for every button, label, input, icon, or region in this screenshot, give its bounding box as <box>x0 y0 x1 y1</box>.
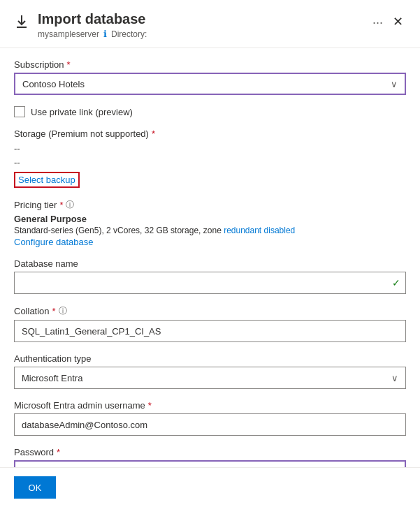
pricing-required: * <box>59 200 63 210</box>
database-name-input[interactable] <box>14 272 406 294</box>
collation-required: * <box>52 306 56 316</box>
private-link-label: Use private link (preview) <box>31 107 133 117</box>
pricing-highlight: redundant disabled <box>224 226 295 235</box>
password-wrapper: ✓ <box>14 460 406 467</box>
header-left: Import database mysampleserver ℹ Directo… <box>14 11 147 39</box>
collation-wrapper <box>14 320 406 342</box>
authentication-chevron-icon: ∨ <box>391 373 398 383</box>
password-required: * <box>57 447 60 457</box>
pricing-description: Standard-series (Gen5), 2 vCores, 32 GB … <box>14 224 406 237</box>
password-group: Password * ✓ <box>14 447 406 467</box>
storage-required: * <box>152 128 155 139</box>
subscription-required: * <box>67 59 71 70</box>
storage-line-2: -- <box>14 156 406 170</box>
password-label: Password * <box>14 447 406 457</box>
authentication-group: Authentication type Microsoft Entra ∨ <box>14 353 406 389</box>
panel-title: Import database <box>38 11 147 27</box>
panel-header: Import database mysampleserver ℹ Directo… <box>0 0 420 48</box>
header-title-block: Import database mysampleserver ℹ Directo… <box>38 11 147 39</box>
database-name-wrapper: ✓ <box>14 272 406 294</box>
authentication-label: Authentication type <box>14 353 406 364</box>
private-link-row: Use private link (preview) <box>14 106 406 117</box>
admin-username-group: Microsoft Entra admin username * <box>14 400 406 436</box>
server-name: mysampleserver <box>38 29 99 39</box>
authentication-dropdown[interactable]: Microsoft Entra ∨ <box>14 367 406 389</box>
database-name-label: Database name <box>14 258 406 269</box>
storage-lines: -- -- <box>14 142 406 169</box>
pricing-info-icon: ⓘ <box>66 199 74 211</box>
admin-username-required: * <box>148 400 152 411</box>
password-input[interactable] <box>14 460 406 467</box>
database-name-group: Database name ✓ <box>14 258 406 294</box>
storage-label: Storage (Premium not supported) * <box>14 128 406 139</box>
ok-button[interactable]: OK <box>14 476 56 499</box>
private-link-checkbox[interactable] <box>14 106 25 117</box>
collation-input[interactable] <box>14 320 406 342</box>
collation-label: Collation * ⓘ <box>14 305 406 317</box>
directory-label: Directory: <box>111 29 147 39</box>
panel-footer: OK <box>0 467 420 507</box>
subscription-value: Contoso Hotels <box>22 79 85 89</box>
subscription-group: Subscription * Contoso Hotels ∨ <box>14 59 406 95</box>
panel-subtitle: mysampleserver ℹ Directory: <box>38 29 147 39</box>
admin-username-input[interactable] <box>14 413 406 436</box>
pricing-label: Pricing tier * ⓘ <box>14 199 406 211</box>
collation-info-icon: ⓘ <box>59 305 67 317</box>
panel-content: Subscription * Contoso Hotels ∨ Use priv… <box>0 48 420 467</box>
subscription-chevron-icon: ∨ <box>391 79 398 89</box>
pricing-group: Pricing tier * ⓘ General Purpose Standar… <box>14 199 406 247</box>
close-button[interactable]: ✕ <box>390 13 406 31</box>
admin-username-label: Microsoft Entra admin username * <box>14 400 406 411</box>
pricing-tier-name: General Purpose <box>14 214 406 224</box>
storage-line-1: -- <box>14 142 406 156</box>
info-icon: ℹ <box>103 29 107 39</box>
authentication-value: Microsoft Entra <box>22 373 82 383</box>
import-database-panel: Import database mysampleserver ℹ Directo… <box>0 0 420 507</box>
collation-group: Collation * ⓘ <box>14 305 406 342</box>
storage-group: Storage (Premium not supported) * -- -- … <box>14 128 406 188</box>
subscription-label: Subscription * <box>14 59 406 70</box>
database-name-check-icon: ✓ <box>392 277 400 288</box>
header-actions: ··· ✕ <box>372 11 406 31</box>
import-icon <box>14 14 29 31</box>
subscription-dropdown[interactable]: Contoso Hotels ∨ <box>14 73 406 95</box>
configure-database-link[interactable]: Configure database <box>14 237 93 247</box>
admin-username-wrapper <box>14 413 406 436</box>
more-options-button[interactable]: ··· <box>372 15 383 30</box>
password-check-icon: ✓ <box>392 466 400 467</box>
select-backup-button[interactable]: Select backup <box>14 172 80 188</box>
